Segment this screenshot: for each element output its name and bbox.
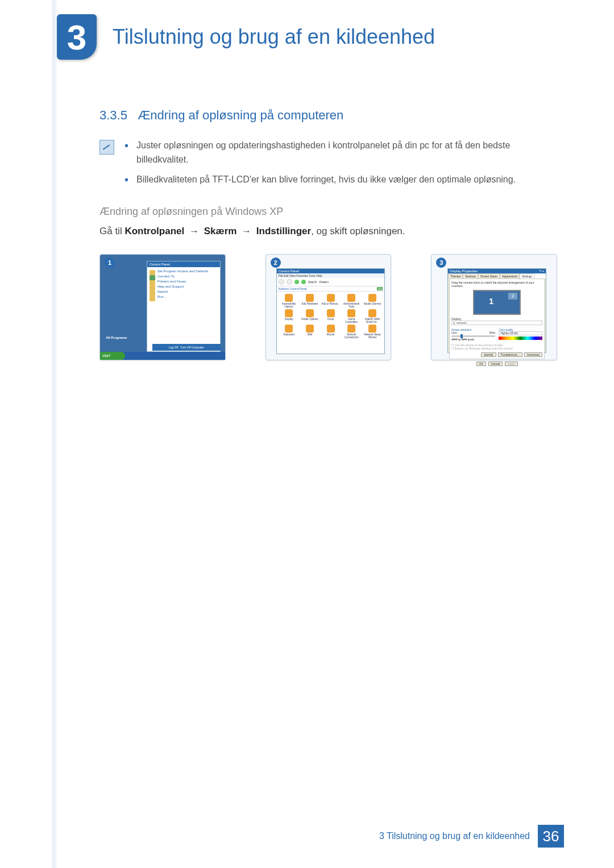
start-menu-item: Connect To: [150, 275, 218, 278]
address-bar: Address Control Panel Go: [277, 286, 385, 292]
monitor-1-label: 1: [489, 297, 493, 306]
path-step-2: Skærm: [204, 226, 237, 236]
tab-screensaver: Screen Saver: [478, 273, 500, 279]
cp-icon: Add Hardware: [300, 294, 320, 308]
chapter-number-badge: 3: [57, 14, 97, 60]
arrow-icon: →: [242, 226, 251, 236]
screenshot-display-properties: 3 Display Properties ? × Themes Desktop …: [431, 254, 557, 360]
screen-resolution-block: Screen resolution Less More #### by ####…: [451, 329, 495, 341]
section-number: 3.3.5: [99, 108, 127, 122]
cp-icon: Administrative Tools: [342, 294, 362, 308]
turn-off-button: Turn Off Computer: [180, 346, 204, 349]
identify-button: Identify: [481, 352, 496, 357]
bullet-item: • Juster opløsningen og opdateringshasti…: [125, 139, 557, 167]
cp-icon: Mouse: [321, 325, 341, 339]
cp-icon: Network Connections: [342, 325, 362, 339]
cp-icon: Display: [279, 309, 299, 323]
window-titlebar: Control Panel: [277, 269, 385, 273]
address-label: Address: [279, 287, 289, 290]
screenshot-row: 1 Control Panel Set Program Access and D…: [99, 254, 557, 360]
start-menu-item: Set Program Access and Defaults: [150, 269, 218, 273]
taskbar: start: [100, 352, 225, 360]
display-properties-dialog: Display Properties ? × Themes Desktop Sc…: [447, 268, 546, 353]
bullet-text: Juster opløsningen og opdateringshastigh…: [136, 139, 557, 167]
tab-settings: Settings: [520, 273, 534, 279]
cp-icon: Game Controllers: [342, 309, 362, 323]
subsection-heading: Ændring af opløsningen på Windows XP: [99, 206, 557, 218]
path-step-1: Kontrolpanel: [125, 226, 184, 236]
tab-appearance: Appearance: [500, 273, 520, 279]
note-icon: [99, 140, 114, 155]
note-bullets: • Juster opløsningen og opdateringshasti…: [125, 139, 557, 192]
color-quality-block: Color quality Highest (32 bit): [499, 329, 542, 341]
back-icon: [279, 279, 284, 285]
cancel-button: Cancel: [488, 362, 503, 366]
start-menu-panel: Control Panel Set Program Access and Def…: [147, 261, 221, 352]
up-icon: [294, 280, 299, 284]
step-badge-3: 3: [436, 258, 446, 268]
dialog-mid-buttons: Identify Troubleshoot... Advanced: [451, 352, 542, 357]
step-badge-2: 2: [271, 258, 281, 268]
bullet-text: Billedkvaliteten på TFT-LCD'er kan blive…: [136, 173, 516, 187]
start-menu-item: Help and Support: [150, 285, 218, 288]
section-title: Ændring af opløsning på computeren: [138, 108, 343, 122]
cp-icon: Intel(R) GMA Driver for...: [363, 309, 383, 323]
window-toolbar: Search Folders: [277, 278, 385, 286]
start-menu-header: Control Panel: [147, 261, 220, 267]
dialog-tabs: Themes Desktop Screen Saver Appearance S…: [448, 273, 546, 279]
res-less: Less: [451, 331, 457, 334]
display-dropdown: 1. ••••••••••: [451, 321, 542, 325]
cp-icon: Folder Options: [300, 309, 320, 323]
bullet-item: • Billedkvaliteten på TFT-LCD'er kan bli…: [125, 173, 557, 187]
path-suffix: , og skift opløsningen.: [311, 226, 405, 236]
drag-monitors-text: Drag the monitor icons to match the phys…: [451, 281, 542, 288]
search-label: Search: [308, 280, 317, 284]
folders-label: Folders: [320, 280, 329, 284]
page-number: 36: [538, 825, 564, 848]
page-content: 3.3.5 Ændring af opløsning på computeren…: [99, 108, 557, 360]
page-left-stripe: [52, 0, 57, 868]
all-programs-label: All Programs: [106, 336, 127, 339]
apply-button: Apply: [505, 362, 518, 366]
control-panel-window: Control Panel File Edit View Favorites T…: [276, 268, 385, 354]
cp-icon: Keyboard: [279, 325, 299, 339]
log-off-button: Log Off: [169, 346, 178, 349]
ok-button: OK: [476, 362, 486, 366]
start-menu-item: Run...: [150, 295, 218, 298]
path-step-3: Indstillinger: [256, 226, 311, 236]
window-menubar: File Edit View Favorites Tools Help: [277, 273, 385, 278]
search-icon: [301, 280, 306, 284]
tab-themes: Themes: [448, 273, 463, 279]
page-footer: 3 Tilslutning og brug af en kildeenhed 3…: [379, 825, 564, 848]
step-badge-1: 1: [105, 258, 115, 268]
color-preview-bar: [499, 337, 542, 340]
go-button: Go: [377, 287, 383, 290]
screenshot-start-menu: 1 Control Panel Set Program Access and D…: [99, 254, 226, 360]
checkbox-extend: ☐ Extend my Windows desktop onto this mo…: [451, 347, 542, 350]
path-prefix: Gå til: [99, 226, 125, 236]
dialog-titlebar: Display Properties ? ×: [448, 269, 546, 273]
start-menu-item: Search: [150, 290, 218, 293]
tab-desktop: Desktop: [463, 273, 478, 279]
address-value: Control Panel: [289, 287, 306, 290]
resolution-value: #### by #### pixels: [451, 338, 495, 341]
cp-icon: Mail: [300, 325, 320, 339]
cp-icon: Fonts: [321, 309, 341, 323]
chapter-title: Tilslutning og brug af en kildeenhed: [113, 25, 435, 49]
dialog-title-text: Display Properties: [450, 269, 478, 273]
start-menu-footer: Log Off Turn Off Computer: [152, 344, 221, 351]
cp-icon: Add or Remov...: [321, 294, 341, 308]
bullet-dot-icon: •: [125, 174, 128, 187]
forward-icon: [287, 279, 292, 285]
advanced-button: Advanced: [524, 352, 542, 357]
screenshot-control-panel: 2 Control Panel File Edit View Favorites…: [265, 254, 392, 360]
navigation-path-instruction: Gå til Kontrolpanel → Skærm → Indstillin…: [99, 226, 557, 237]
color-dropdown: Highest (32 bit): [499, 331, 542, 335]
bullet-dot-icon: •: [125, 140, 128, 167]
monitor-preview: 1 2: [473, 290, 521, 315]
dialog-footer-buttons: OK Cancel Apply: [448, 362, 546, 366]
page-header: 3 Tilslutning og brug af en kildeenhed: [57, 11, 580, 63]
footer-chapter-ref: 3 Tilslutning og brug af en kildeenhed: [379, 831, 530, 841]
cp-icon: Network Setup Wizard: [363, 325, 383, 339]
start-menu-item: Printers and Faxes: [150, 280, 218, 283]
